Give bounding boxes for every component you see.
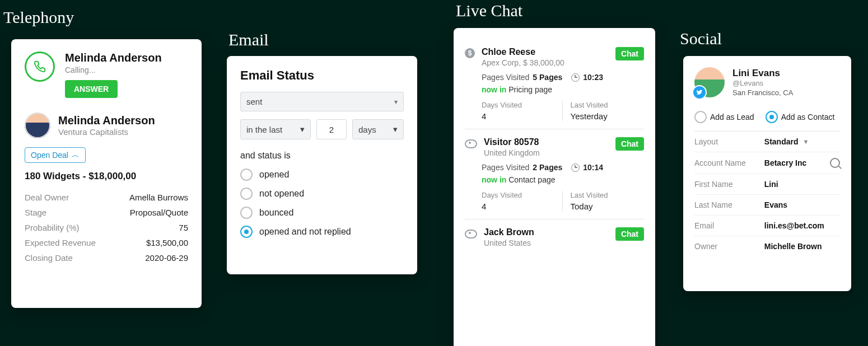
days-visited-label: Days Visited xyxy=(482,191,556,199)
pages-visited-value: 5 Pages xyxy=(533,73,562,82)
email-status-option[interactable]: not opened xyxy=(240,184,404,203)
social-field-row: OwnerMichelle Brown xyxy=(694,236,840,256)
social-field-value[interactable]: lini.es@bet.com xyxy=(764,221,840,230)
and-status-label: and status is xyxy=(240,151,404,161)
radio-icon xyxy=(240,169,253,181)
email-unit-select[interactable]: days ▾ xyxy=(352,119,404,139)
section-label-social: Social xyxy=(680,29,722,48)
email-status-select[interactable]: sent ▾ xyxy=(240,92,404,111)
email-status-option[interactable]: bounced xyxy=(240,203,404,222)
chat-button[interactable]: Chat xyxy=(615,47,644,60)
social-field-value[interactable]: Lini xyxy=(764,180,840,189)
social-card: Lini Evans @Levans San Francisco, CA Add… xyxy=(683,56,851,291)
last-visited-label: Last Visited xyxy=(571,101,645,109)
deal-row-value: 75 xyxy=(179,223,188,232)
email-status-value: sent xyxy=(246,97,262,106)
social-field-key: Email xyxy=(694,221,764,230)
deal-title: 180 Widgets - $18,000,00 xyxy=(25,171,188,182)
pages-visited-value: 2 Pages xyxy=(533,163,562,172)
email-range-value: in the last xyxy=(246,125,282,134)
pages-visited-label: Pages Visited xyxy=(482,163,529,172)
deal-row-key: Deal Owner xyxy=(25,193,69,202)
chevron-down-icon: ▾ xyxy=(300,124,305,134)
add-as-contact-label: Add as Contact xyxy=(781,113,835,121)
social-field-key: First Name xyxy=(694,180,764,189)
social-field-value[interactable]: Standard ▼ xyxy=(764,137,840,146)
search-icon[interactable] xyxy=(830,158,840,168)
visit-time: 10:23 xyxy=(583,73,603,82)
caller-name: Melinda Anderson xyxy=(65,52,162,64)
deal-row: Deal OwnerAmella Burrows xyxy=(25,190,188,205)
twitter-icon xyxy=(692,85,707,100)
social-location: San Francisco, CA xyxy=(732,88,793,97)
visitor-item: Visitor 80578United KingdomChatPages Vis… xyxy=(465,129,644,219)
now-in-page: Pricing page xyxy=(508,85,552,94)
visitor-sub: United Kingdom xyxy=(484,148,609,157)
add-as-contact-radio[interactable]: Add as Contact xyxy=(766,111,835,123)
email-status-option-label: opened xyxy=(259,170,289,180)
eye-icon xyxy=(465,230,477,239)
email-qty-input[interactable] xyxy=(316,119,347,139)
email-unit-value: days xyxy=(358,125,376,134)
days-visited-value: 4 xyxy=(482,202,556,211)
now-in-label: now in xyxy=(482,85,506,94)
clock-icon xyxy=(571,163,580,172)
add-as-lead-radio[interactable]: Add as Lead xyxy=(694,111,754,123)
radio-selected-icon xyxy=(766,111,778,123)
pages-visited-label: Pages Visited xyxy=(482,73,529,82)
deal-row: Probability (%)75 xyxy=(25,220,188,235)
social-name: Lini Evans xyxy=(732,68,793,79)
email-status-option-label: opened and not replied xyxy=(259,227,351,237)
caller-status: Calling... xyxy=(65,66,162,74)
chat-button[interactable]: Chat xyxy=(615,227,644,241)
radio-icon xyxy=(694,111,707,123)
now-in-page: Contact page xyxy=(508,175,555,184)
social-handle: @Levans xyxy=(732,79,793,87)
chevron-up-icon: ︿ xyxy=(72,150,80,160)
visitor-item: Jack BrownUnited StatesChat xyxy=(465,219,644,255)
deal-row-value: Amella Burrows xyxy=(129,193,188,202)
section-label-email: Email xyxy=(228,30,269,49)
social-field-row: LayoutStandard ▼ xyxy=(694,132,840,152)
open-deal-label: Open Deal xyxy=(31,151,68,160)
email-status-option[interactable]: opened and not replied xyxy=(240,222,404,241)
visitor-sub: United States xyxy=(484,239,609,247)
now-in-label: now in xyxy=(482,175,506,184)
visitor-name: Visitor 80578 xyxy=(484,137,609,147)
answer-button[interactable]: ANSWER xyxy=(65,80,118,98)
deal-row: StageProposal/Quote xyxy=(25,205,188,220)
visitor-name: Chloe Reese xyxy=(482,47,609,57)
chevron-down-icon: ▾ xyxy=(393,124,398,134)
phone-ring-icon xyxy=(25,52,55,82)
social-field-key: Layout xyxy=(694,137,764,146)
email-range-select[interactable]: in the last ▾ xyxy=(240,119,311,139)
social-field-value[interactable]: Michelle Brown xyxy=(764,242,840,251)
email-status-option-label: not opened xyxy=(259,189,304,199)
chevron-down-icon[interactable]: ▼ xyxy=(802,138,809,145)
visitor-name: Jack Brown xyxy=(484,227,609,237)
section-label-telephony: Telephony xyxy=(3,8,74,27)
deal-row-key: Expected Revenue xyxy=(25,238,96,247)
deal-row-value: 2020-06-29 xyxy=(145,253,188,263)
email-status-option[interactable]: opened xyxy=(240,165,404,184)
eye-icon xyxy=(465,139,477,148)
social-field-value[interactable]: Evans xyxy=(764,200,840,209)
social-field-row: Account NameBetacry Inc xyxy=(694,152,840,174)
contact-company: Ventura Capitalists xyxy=(58,127,155,137)
radio-icon xyxy=(240,207,253,219)
clock-icon xyxy=(571,73,580,82)
email-status-option-label: bounced xyxy=(259,208,293,218)
social-field-key: Owner xyxy=(694,242,764,251)
last-visited-value: Yesterday xyxy=(571,111,645,121)
visitor-item: $Chloe ReeseApex Corp, $ 38,000,00ChatPa… xyxy=(465,39,644,129)
days-visited-label: Days Visited xyxy=(482,101,556,109)
open-deal-toggle[interactable]: Open Deal ︿ xyxy=(25,147,86,163)
social-field-row: Last NameEvans xyxy=(694,195,840,216)
social-field-row: Emaillini.es@bet.com xyxy=(694,216,840,236)
chat-button[interactable]: Chat xyxy=(615,137,644,151)
radio-icon xyxy=(240,188,253,200)
last-visited-label: Last Visited xyxy=(571,191,645,199)
dollar-icon: $ xyxy=(465,48,475,58)
social-field-value[interactable]: Betacry Inc xyxy=(764,158,840,168)
telephony-card: Melinda Anderson Calling... ANSWER Melin… xyxy=(11,39,202,308)
